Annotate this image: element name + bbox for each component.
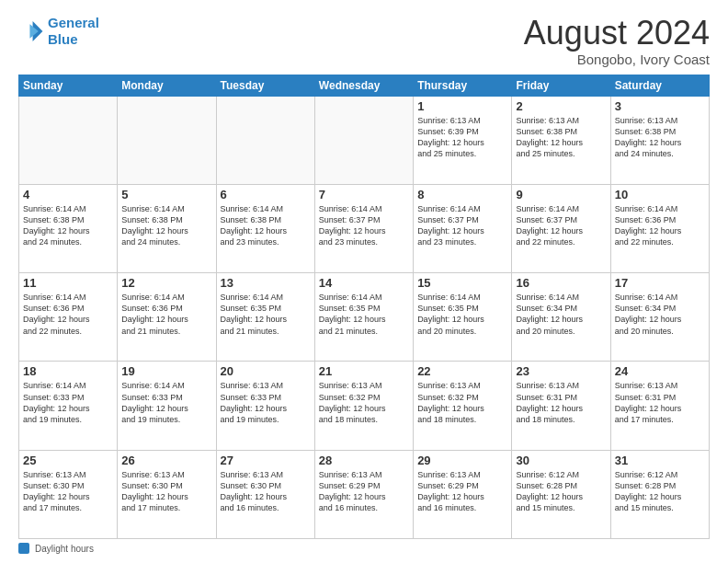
day-number: 26 [121,454,211,467]
day-info: Sunrise: 6:13 AM Sunset: 6:31 PM Dayligh… [615,380,705,425]
day-info: Sunrise: 6:13 AM Sunset: 6:29 PM Dayligh… [319,469,409,514]
day-info: Sunrise: 6:14 AM Sunset: 6:33 PM Dayligh… [121,380,211,425]
calendar-cell: 13Sunrise: 6:14 AM Sunset: 6:35 PM Dayli… [216,273,314,362]
calendar-cell: 10Sunrise: 6:14 AM Sunset: 6:36 PM Dayli… [610,184,709,272]
calendar-header-thursday: Thursday [414,75,512,96]
calendar-cell: 25Sunrise: 6:13 AM Sunset: 6:30 PM Dayli… [19,450,118,538]
calendar-cell: 17Sunrise: 6:14 AM Sunset: 6:34 PM Dayli… [610,273,709,362]
day-info: Sunrise: 6:14 AM Sunset: 6:36 PM Dayligh… [121,292,211,337]
day-info: Sunrise: 6:14 AM Sunset: 6:35 PM Dayligh… [319,292,409,337]
day-info: Sunrise: 6:14 AM Sunset: 6:38 PM Dayligh… [221,203,311,248]
day-info: Sunrise: 6:13 AM Sunset: 6:32 PM Dayligh… [319,380,409,425]
day-info: Sunrise: 6:14 AM Sunset: 6:37 PM Dayligh… [417,203,507,248]
footer: Daylight hours [18,543,710,554]
day-info: Sunrise: 6:14 AM Sunset: 6:37 PM Dayligh… [516,203,606,248]
day-number: 31 [615,454,705,467]
calendar-cell: 31Sunrise: 6:12 AM Sunset: 6:28 PM Dayli… [610,450,709,538]
logo: General Blue [18,15,99,48]
day-info: Sunrise: 6:13 AM Sunset: 6:32 PM Dayligh… [417,380,507,425]
day-info: Sunrise: 6:13 AM Sunset: 6:38 PM Dayligh… [615,115,705,160]
calendar-cell: 29Sunrise: 6:13 AM Sunset: 6:29 PM Dayli… [414,450,512,538]
calendar-cell: 27Sunrise: 6:13 AM Sunset: 6:30 PM Dayli… [216,450,314,538]
day-number: 3 [615,99,705,113]
calendar: SundayMondayTuesdayWednesdayThursdayFrid… [18,75,710,539]
day-number: 15 [417,276,507,290]
day-number: 18 [23,364,113,378]
day-info: Sunrise: 6:12 AM Sunset: 6:28 PM Dayligh… [615,469,705,514]
day-number: 27 [221,454,311,467]
day-info: Sunrise: 6:12 AM Sunset: 6:28 PM Dayligh… [516,469,606,514]
calendar-cell [19,96,118,184]
calendar-week-5: 25Sunrise: 6:13 AM Sunset: 6:30 PM Dayli… [19,450,710,538]
day-info: Sunrise: 6:14 AM Sunset: 6:33 PM Dayligh… [23,380,113,425]
day-info: Sunrise: 6:13 AM Sunset: 6:39 PM Dayligh… [417,115,507,160]
day-info: Sunrise: 6:14 AM Sunset: 6:38 PM Dayligh… [121,203,211,248]
day-number: 19 [121,364,211,378]
calendar-header-wednesday: Wednesday [314,75,413,96]
day-number: 7 [319,188,409,201]
month-title: August 2024 [524,15,710,52]
calendar-cell: 2Sunrise: 6:13 AM Sunset: 6:38 PM Daylig… [512,96,610,184]
day-info: Sunrise: 6:13 AM Sunset: 6:30 PM Dayligh… [23,469,113,514]
day-info: Sunrise: 6:14 AM Sunset: 6:35 PM Dayligh… [221,292,311,337]
calendar-week-4: 18Sunrise: 6:14 AM Sunset: 6:33 PM Dayli… [19,362,710,450]
calendar-cell: 11Sunrise: 6:14 AM Sunset: 6:36 PM Dayli… [19,273,118,362]
day-info: Sunrise: 6:13 AM Sunset: 6:30 PM Dayligh… [121,469,211,514]
calendar-cell: 5Sunrise: 6:14 AM Sunset: 6:38 PM Daylig… [118,184,216,272]
day-info: Sunrise: 6:13 AM Sunset: 6:33 PM Dayligh… [221,380,311,425]
calendar-header-tuesday: Tuesday [216,75,314,96]
calendar-header-saturday: Saturday [610,75,709,96]
day-number: 5 [121,188,211,201]
calendar-header-friday: Friday [512,75,610,96]
calendar-cell: 8Sunrise: 6:14 AM Sunset: 6:37 PM Daylig… [414,184,512,272]
calendar-cell: 26Sunrise: 6:13 AM Sunset: 6:30 PM Dayli… [118,450,216,538]
calendar-cell: 19Sunrise: 6:14 AM Sunset: 6:33 PM Dayli… [118,362,216,450]
day-number: 10 [615,188,705,201]
calendar-cell: 4Sunrise: 6:14 AM Sunset: 6:38 PM Daylig… [19,184,118,272]
day-number: 28 [319,454,409,467]
day-number: 12 [121,276,211,290]
day-number: 13 [221,276,311,290]
day-number: 22 [417,364,507,378]
title-block: August 2024 Bongobo, Ivory Coast [524,15,710,67]
day-info: Sunrise: 6:13 AM Sunset: 6:31 PM Dayligh… [516,380,606,425]
logo-icon [18,18,44,44]
calendar-cell: 16Sunrise: 6:14 AM Sunset: 6:34 PM Dayli… [512,273,610,362]
day-number: 30 [516,454,606,467]
day-number: 23 [516,364,606,378]
day-number: 17 [615,276,705,290]
calendar-cell: 14Sunrise: 6:14 AM Sunset: 6:35 PM Dayli… [314,273,413,362]
day-number: 11 [23,276,113,290]
day-number: 29 [417,454,507,467]
calendar-cell: 20Sunrise: 6:13 AM Sunset: 6:33 PM Dayli… [216,362,314,450]
day-info: Sunrise: 6:14 AM Sunset: 6:36 PM Dayligh… [615,203,705,248]
calendar-cell: 22Sunrise: 6:13 AM Sunset: 6:32 PM Dayli… [414,362,512,450]
day-number: 9 [516,188,606,201]
calendar-cell [314,96,413,184]
calendar-cell: 15Sunrise: 6:14 AM Sunset: 6:35 PM Dayli… [414,273,512,362]
calendar-cell: 3Sunrise: 6:13 AM Sunset: 6:38 PM Daylig… [610,96,709,184]
calendar-cell: 23Sunrise: 6:13 AM Sunset: 6:31 PM Dayli… [512,362,610,450]
calendar-week-1: 1Sunrise: 6:13 AM Sunset: 6:39 PM Daylig… [19,96,710,184]
calendar-cell: 1Sunrise: 6:13 AM Sunset: 6:39 PM Daylig… [414,96,512,184]
calendar-cell [118,96,216,184]
calendar-cell: 12Sunrise: 6:14 AM Sunset: 6:36 PM Dayli… [118,273,216,362]
day-number: 24 [615,364,705,378]
day-info: Sunrise: 6:14 AM Sunset: 6:36 PM Dayligh… [23,292,113,337]
day-number: 6 [221,188,311,201]
day-info: Sunrise: 6:14 AM Sunset: 6:35 PM Dayligh… [417,292,507,337]
header: General Blue August 2024 Bongobo, Ivory … [18,15,710,67]
day-number: 1 [417,99,507,113]
day-number: 4 [23,188,113,201]
calendar-cell: 18Sunrise: 6:14 AM Sunset: 6:33 PM Dayli… [19,362,118,450]
day-info: Sunrise: 6:13 AM Sunset: 6:38 PM Dayligh… [516,115,606,160]
day-info: Sunrise: 6:13 AM Sunset: 6:30 PM Dayligh… [221,469,311,514]
calendar-cell: 6Sunrise: 6:14 AM Sunset: 6:38 PM Daylig… [216,184,314,272]
footer-label: Daylight hours [35,544,94,554]
day-number: 21 [319,364,409,378]
page: General Blue August 2024 Bongobo, Ivory … [0,0,728,563]
day-number: 14 [319,276,409,290]
day-info: Sunrise: 6:14 AM Sunset: 6:37 PM Dayligh… [319,203,409,248]
day-number: 20 [221,364,311,378]
logo-line1: General [48,15,99,30]
